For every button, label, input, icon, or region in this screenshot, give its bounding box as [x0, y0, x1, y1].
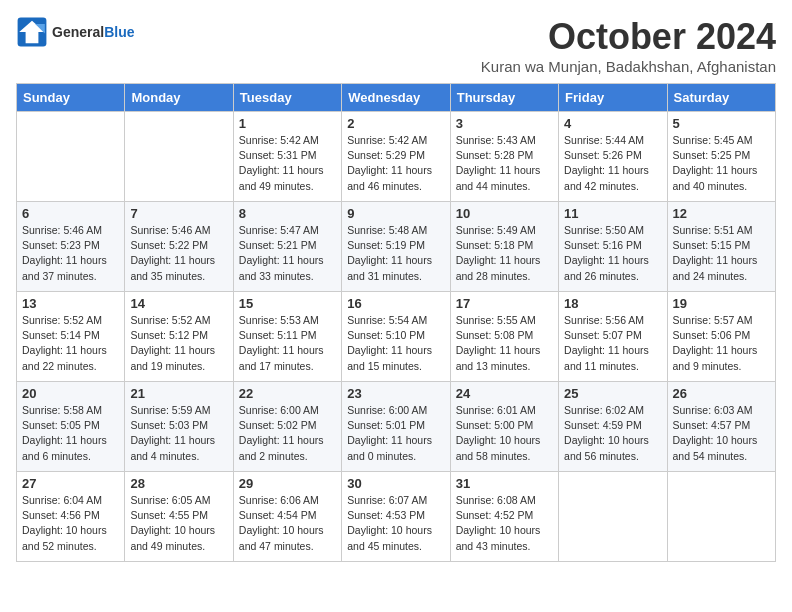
day-number: 14: [130, 296, 227, 311]
day-info: Sunrise: 5:55 AMSunset: 5:08 PMDaylight:…: [456, 313, 553, 374]
day-number: 24: [456, 386, 553, 401]
day-number: 9: [347, 206, 444, 221]
day-info: Sunrise: 5:44 AMSunset: 5:26 PMDaylight:…: [564, 133, 661, 194]
weekday-header-saturday: Saturday: [667, 84, 775, 112]
day-info: Sunrise: 6:08 AMSunset: 4:52 PMDaylight:…: [456, 493, 553, 554]
calendar-cell: 25Sunrise: 6:02 AMSunset: 4:59 PMDayligh…: [559, 382, 667, 472]
week-row-5: 27Sunrise: 6:04 AMSunset: 4:56 PMDayligh…: [17, 472, 776, 562]
day-info: Sunrise: 5:47 AMSunset: 5:21 PMDaylight:…: [239, 223, 336, 284]
calendar-cell: 2Sunrise: 5:42 AMSunset: 5:29 PMDaylight…: [342, 112, 450, 202]
day-number: 11: [564, 206, 661, 221]
calendar-cell: 26Sunrise: 6:03 AMSunset: 4:57 PMDayligh…: [667, 382, 775, 472]
day-number: 20: [22, 386, 119, 401]
logo-text: GeneralBlue: [52, 24, 134, 40]
day-number: 8: [239, 206, 336, 221]
calendar-cell: 21Sunrise: 5:59 AMSunset: 5:03 PMDayligh…: [125, 382, 233, 472]
calendar-cell: 24Sunrise: 6:01 AMSunset: 5:00 PMDayligh…: [450, 382, 558, 472]
calendar-cell: 12Sunrise: 5:51 AMSunset: 5:15 PMDayligh…: [667, 202, 775, 292]
weekday-header-tuesday: Tuesday: [233, 84, 341, 112]
calendar-cell: 31Sunrise: 6:08 AMSunset: 4:52 PMDayligh…: [450, 472, 558, 562]
day-info: Sunrise: 6:02 AMSunset: 4:59 PMDaylight:…: [564, 403, 661, 464]
day-number: 21: [130, 386, 227, 401]
day-number: 4: [564, 116, 661, 131]
day-info: Sunrise: 5:48 AMSunset: 5:19 PMDaylight:…: [347, 223, 444, 284]
day-info: Sunrise: 6:01 AMSunset: 5:00 PMDaylight:…: [456, 403, 553, 464]
week-row-1: 1Sunrise: 5:42 AMSunset: 5:31 PMDaylight…: [17, 112, 776, 202]
day-info: Sunrise: 6:05 AMSunset: 4:55 PMDaylight:…: [130, 493, 227, 554]
day-info: Sunrise: 5:51 AMSunset: 5:15 PMDaylight:…: [673, 223, 770, 284]
month-title: October 2024: [481, 16, 776, 58]
day-number: 19: [673, 296, 770, 311]
calendar-cell: 8Sunrise: 5:47 AMSunset: 5:21 PMDaylight…: [233, 202, 341, 292]
calendar-cell: 11Sunrise: 5:50 AMSunset: 5:16 PMDayligh…: [559, 202, 667, 292]
day-number: 22: [239, 386, 336, 401]
day-number: 2: [347, 116, 444, 131]
day-info: Sunrise: 5:45 AMSunset: 5:25 PMDaylight:…: [673, 133, 770, 194]
day-number: 10: [456, 206, 553, 221]
day-number: 16: [347, 296, 444, 311]
calendar-cell: 16Sunrise: 5:54 AMSunset: 5:10 PMDayligh…: [342, 292, 450, 382]
weekday-header-thursday: Thursday: [450, 84, 558, 112]
calendar-cell: 5Sunrise: 5:45 AMSunset: 5:25 PMDaylight…: [667, 112, 775, 202]
weekday-header-monday: Monday: [125, 84, 233, 112]
calendar-cell: 18Sunrise: 5:56 AMSunset: 5:07 PMDayligh…: [559, 292, 667, 382]
weekday-header-row: SundayMondayTuesdayWednesdayThursdayFrid…: [17, 84, 776, 112]
day-info: Sunrise: 6:00 AMSunset: 5:01 PMDaylight:…: [347, 403, 444, 464]
day-number: 3: [456, 116, 553, 131]
calendar-cell: 6Sunrise: 5:46 AMSunset: 5:23 PMDaylight…: [17, 202, 125, 292]
calendar-cell: [17, 112, 125, 202]
day-number: 31: [456, 476, 553, 491]
calendar-cell: 4Sunrise: 5:44 AMSunset: 5:26 PMDaylight…: [559, 112, 667, 202]
weekday-header-wednesday: Wednesday: [342, 84, 450, 112]
calendar-cell: 14Sunrise: 5:52 AMSunset: 5:12 PMDayligh…: [125, 292, 233, 382]
calendar-cell: 30Sunrise: 6:07 AMSunset: 4:53 PMDayligh…: [342, 472, 450, 562]
day-info: Sunrise: 6:04 AMSunset: 4:56 PMDaylight:…: [22, 493, 119, 554]
day-number: 12: [673, 206, 770, 221]
weekday-header-sunday: Sunday: [17, 84, 125, 112]
calendar-cell: 23Sunrise: 6:00 AMSunset: 5:01 PMDayligh…: [342, 382, 450, 472]
day-number: 26: [673, 386, 770, 401]
page-header: GeneralBlue October 2024 Kuran wa Munjan…: [16, 16, 776, 75]
week-row-4: 20Sunrise: 5:58 AMSunset: 5:05 PMDayligh…: [17, 382, 776, 472]
calendar-cell: 10Sunrise: 5:49 AMSunset: 5:18 PMDayligh…: [450, 202, 558, 292]
day-number: 25: [564, 386, 661, 401]
location-subtitle: Kuran wa Munjan, Badakhshan, Afghanistan: [481, 58, 776, 75]
calendar-cell: 20Sunrise: 5:58 AMSunset: 5:05 PMDayligh…: [17, 382, 125, 472]
day-number: 27: [22, 476, 119, 491]
calendar-cell: 19Sunrise: 5:57 AMSunset: 5:06 PMDayligh…: [667, 292, 775, 382]
calendar-cell: 15Sunrise: 5:53 AMSunset: 5:11 PMDayligh…: [233, 292, 341, 382]
calendar-table: SundayMondayTuesdayWednesdayThursdayFrid…: [16, 83, 776, 562]
day-number: 30: [347, 476, 444, 491]
day-info: Sunrise: 5:59 AMSunset: 5:03 PMDaylight:…: [130, 403, 227, 464]
day-info: Sunrise: 5:52 AMSunset: 5:14 PMDaylight:…: [22, 313, 119, 374]
day-number: 29: [239, 476, 336, 491]
title-block: October 2024 Kuran wa Munjan, Badakhshan…: [481, 16, 776, 75]
calendar-cell: 29Sunrise: 6:06 AMSunset: 4:54 PMDayligh…: [233, 472, 341, 562]
day-number: 7: [130, 206, 227, 221]
day-number: 23: [347, 386, 444, 401]
day-number: 15: [239, 296, 336, 311]
day-info: Sunrise: 5:46 AMSunset: 5:22 PMDaylight:…: [130, 223, 227, 284]
calendar-cell: 13Sunrise: 5:52 AMSunset: 5:14 PMDayligh…: [17, 292, 125, 382]
day-info: Sunrise: 5:49 AMSunset: 5:18 PMDaylight:…: [456, 223, 553, 284]
day-number: 6: [22, 206, 119, 221]
logo-icon: [16, 16, 48, 48]
day-info: Sunrise: 6:06 AMSunset: 4:54 PMDaylight:…: [239, 493, 336, 554]
day-info: Sunrise: 6:07 AMSunset: 4:53 PMDaylight:…: [347, 493, 444, 554]
day-info: Sunrise: 5:42 AMSunset: 5:31 PMDaylight:…: [239, 133, 336, 194]
day-info: Sunrise: 5:53 AMSunset: 5:11 PMDaylight:…: [239, 313, 336, 374]
week-row-3: 13Sunrise: 5:52 AMSunset: 5:14 PMDayligh…: [17, 292, 776, 382]
day-info: Sunrise: 5:54 AMSunset: 5:10 PMDaylight:…: [347, 313, 444, 374]
day-number: 5: [673, 116, 770, 131]
day-number: 1: [239, 116, 336, 131]
day-info: Sunrise: 6:00 AMSunset: 5:02 PMDaylight:…: [239, 403, 336, 464]
day-info: Sunrise: 5:57 AMSunset: 5:06 PMDaylight:…: [673, 313, 770, 374]
logo: GeneralBlue: [16, 16, 134, 48]
calendar-cell: [559, 472, 667, 562]
day-number: 13: [22, 296, 119, 311]
week-row-2: 6Sunrise: 5:46 AMSunset: 5:23 PMDaylight…: [17, 202, 776, 292]
day-info: Sunrise: 5:42 AMSunset: 5:29 PMDaylight:…: [347, 133, 444, 194]
calendar-cell: 22Sunrise: 6:00 AMSunset: 5:02 PMDayligh…: [233, 382, 341, 472]
calendar-cell: 1Sunrise: 5:42 AMSunset: 5:31 PMDaylight…: [233, 112, 341, 202]
day-info: Sunrise: 5:46 AMSunset: 5:23 PMDaylight:…: [22, 223, 119, 284]
